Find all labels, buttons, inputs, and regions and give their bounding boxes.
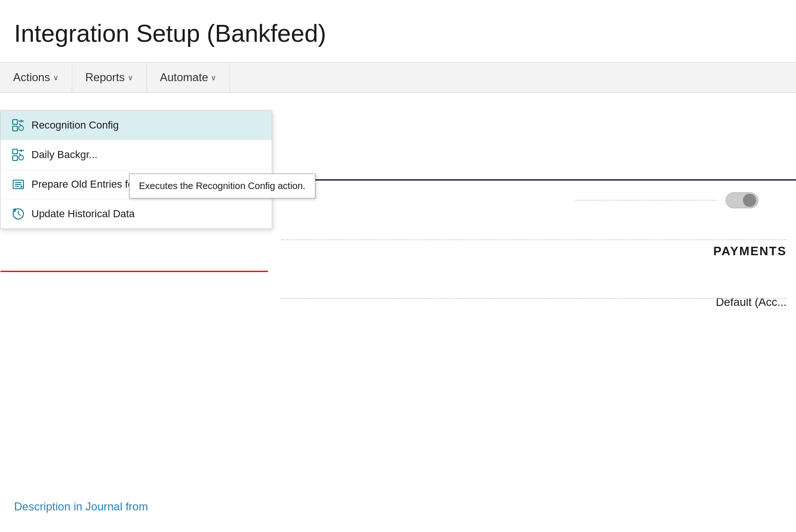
description-journal-label: Description in Journal from [14, 500, 148, 513]
update-historical-label: Update Historical Data [31, 208, 135, 220]
dropdown-item-update-historical[interactable]: Update Historical Data [0, 199, 272, 228]
dropdown-item-daily-background[interactable]: Daily Backgr... [0, 140, 272, 170]
dotted-line-toggle [575, 200, 716, 201]
toggle-knob [743, 194, 756, 207]
reports-chevron-icon: ∨ [128, 73, 133, 82]
description-dotted-line [282, 298, 787, 299]
reports-button[interactable]: Reports ∨ [72, 62, 147, 92]
dark-header-line [272, 179, 796, 181]
automate-chevron-icon: ∨ [211, 73, 216, 82]
svg-point-8 [19, 155, 23, 160]
tooltip: Executes the Recognition Config action. [129, 174, 315, 198]
svg-rect-1 [13, 126, 17, 131]
svg-rect-6 [13, 149, 17, 154]
actions-dropdown: Recognition Config Daily Backgr... [0, 110, 272, 229]
svg-rect-7 [13, 156, 17, 160]
automate-button[interactable]: Automate ∨ [147, 62, 230, 92]
actions-button[interactable]: Actions ∨ [0, 62, 72, 92]
recognition-config-icon [12, 119, 25, 131]
svg-line-3 [19, 124, 21, 126]
dropdown-item-recognition-config[interactable]: Recognition Config [0, 111, 272, 140]
toggle-switch[interactable] [726, 192, 758, 208]
svg-line-18 [18, 214, 21, 215]
svg-line-9 [19, 153, 21, 155]
payments-section-label: PAYMENTS [713, 244, 787, 258]
red-separator [0, 271, 268, 272]
page-title: Integration Setup (Bankfeed) [0, 0, 796, 62]
payments-dotted-line [282, 239, 787, 240]
daily-background-icon [12, 149, 25, 161]
toolbar: Actions ∨ Reports ∨ Automate ∨ [0, 62, 796, 93]
update-historical-icon [12, 208, 25, 220]
svg-rect-0 [13, 120, 17, 124]
reports-label: Reports [85, 71, 125, 84]
actions-chevron-icon: ∨ [53, 73, 59, 82]
prepare-old-entries-icon [12, 178, 25, 190]
daily-background-label: Daily Backgr... [31, 149, 98, 161]
recognition-config-label: Recognition Config [31, 119, 119, 131]
svg-point-2 [19, 126, 23, 130]
toggle-row [575, 192, 758, 208]
automate-label: Automate [160, 71, 208, 84]
actions-label: Actions [13, 71, 50, 84]
